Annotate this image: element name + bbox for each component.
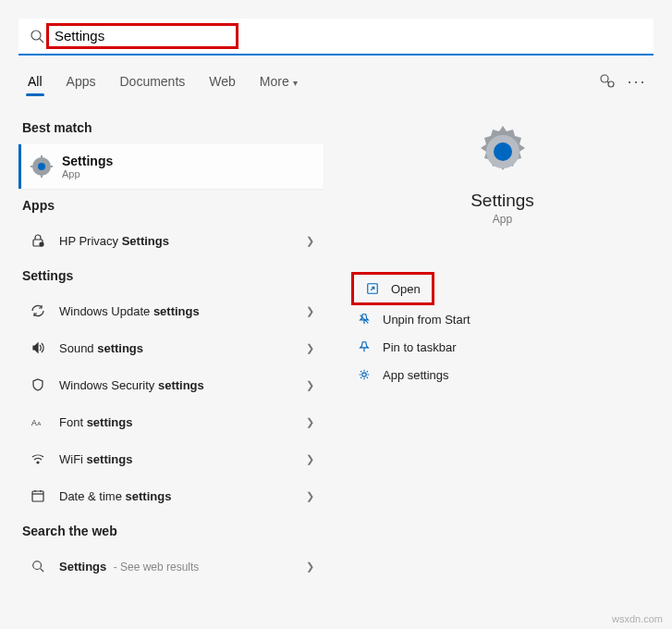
gear-icon [357, 367, 372, 382]
gear-icon [473, 122, 532, 181]
best-match-item[interactable]: Settings App [18, 144, 324, 189]
list-item-label: Settings - See web results [59, 560, 306, 574]
tabs-row: All Apps Documents Web More▾ ··· [18, 68, 654, 94]
settings-wifi[interactable]: WiFi settings ❯ [18, 440, 324, 477]
chevron-right-icon: ❯ [306, 453, 314, 465]
chevron-right-icon: ❯ [306, 379, 314, 391]
tab-all[interactable]: All [26, 68, 44, 94]
action-pin-taskbar[interactable]: Pin to taskbar [351, 333, 654, 361]
content: Best match Settings App Apps [18, 111, 654, 585]
section-settings: Settings [22, 268, 324, 283]
svg-rect-9 [31, 166, 34, 167]
search-input[interactable] [55, 28, 230, 43]
svg-point-15 [37, 462, 39, 463]
action-label: Pin to taskbar [383, 340, 457, 354]
refresh-icon [28, 303, 48, 318]
app-hp-privacy-settings[interactable]: HP Privacy Settings ❯ [18, 222, 324, 259]
top-actions: ··· [598, 72, 654, 91]
svg-point-3 [608, 81, 614, 87]
chevron-right-icon: ❯ [306, 342, 314, 354]
svg-point-6 [38, 163, 45, 170]
svg-rect-16 [32, 491, 43, 501]
gear-icon [31, 155, 53, 178]
action-label: Open [391, 282, 421, 296]
settings-font[interactable]: AA Font settings ❯ [18, 403, 324, 440]
section-apps: Apps [22, 198, 324, 213]
action-label: Unpin from Start [383, 313, 470, 327]
open-highlight: Open [351, 272, 434, 305]
wifi-icon [28, 451, 48, 466]
svg-rect-10 [49, 166, 53, 167]
search-icon [30, 29, 44, 43]
list-item-label: Windows Update settings [59, 304, 306, 318]
action-app-settings[interactable]: App settings [351, 361, 654, 388]
svg-rect-8 [41, 174, 43, 178]
left-pane: Best match Settings App Apps [18, 111, 324, 585]
settings-date-time[interactable]: Date & time settings ❯ [18, 477, 324, 514]
svg-text:A: A [31, 418, 37, 427]
svg-point-0 [31, 31, 41, 40]
settings-windows-update[interactable]: Windows Update settings ❯ [18, 292, 324, 329]
sound-icon [28, 340, 48, 355]
svg-point-26 [362, 373, 366, 376]
list-item-label: WiFi settings [59, 452, 306, 466]
svg-point-23 [494, 142, 512, 161]
pin-icon [357, 339, 372, 354]
search-options-icon[interactable] [598, 72, 617, 91]
web-settings[interactable]: Settings - See web results ❯ [18, 548, 324, 585]
svg-text:A: A [37, 420, 42, 426]
svg-point-2 [601, 75, 608, 82]
svg-point-20 [33, 561, 42, 570]
best-match-subtitle: App [62, 168, 113, 179]
list-item-label: HP Privacy Settings [59, 234, 306, 248]
tabs: All Apps Documents Web More▾ [18, 68, 299, 94]
hero-subtitle: App [493, 213, 512, 226]
watermark: wsxdn.com [612, 613, 663, 624]
chevron-right-icon: ❯ [306, 235, 314, 247]
hero: Settings App [351, 122, 654, 226]
search-box[interactable] [18, 18, 654, 56]
list-item-label: Sound settings [59, 341, 306, 355]
chevron-right-icon: ❯ [306, 490, 314, 502]
unpin-icon [357, 312, 372, 327]
font-icon: AA [28, 415, 48, 428]
best-match-text: Settings App [62, 154, 113, 179]
tab-more[interactable]: More▾ [258, 68, 299, 94]
action-unpin-start[interactable]: Unpin from Start [351, 305, 654, 333]
chevron-down-icon: ▾ [293, 78, 298, 88]
search-icon [28, 560, 48, 573]
chevron-right-icon: ❯ [306, 305, 314, 317]
best-match-title: Settings [62, 154, 113, 168]
svg-line-1 [40, 39, 43, 43]
svg-line-21 [41, 569, 44, 573]
tab-apps[interactable]: Apps [65, 68, 98, 94]
tab-documents[interactable]: Documents [117, 68, 187, 94]
action-open[interactable]: Open [360, 275, 426, 302]
action-list: Open Unpin from Start Pin to taskbar [351, 272, 654, 388]
settings-security[interactable]: Windows Security settings ❯ [18, 366, 324, 403]
lock-icon [28, 233, 48, 248]
more-options-icon[interactable]: ··· [628, 72, 646, 91]
list-item-label: Windows Security settings [59, 378, 306, 392]
search-highlight [46, 23, 238, 49]
section-best-match: Best match [22, 120, 324, 135]
settings-sound[interactable]: Sound settings ❯ [18, 329, 324, 366]
svg-point-12 [40, 242, 43, 246]
action-label: App settings [383, 368, 449, 382]
hero-title: Settings [470, 191, 534, 211]
list-item-label: Font settings [59, 415, 306, 429]
chevron-right-icon: ❯ [306, 416, 314, 428]
list-item-label: Date & time settings [59, 489, 306, 503]
chevron-right-icon: ❯ [306, 561, 314, 573]
open-icon [365, 281, 380, 296]
calendar-icon [28, 488, 48, 503]
tab-web[interactable]: Web [207, 68, 238, 94]
shield-icon [28, 377, 48, 392]
section-search-web: Search the web [22, 524, 324, 538]
right-pane: Settings App Open Unpin from S [324, 111, 654, 585]
tab-more-label: More [260, 74, 289, 89]
svg-rect-7 [41, 155, 43, 159]
